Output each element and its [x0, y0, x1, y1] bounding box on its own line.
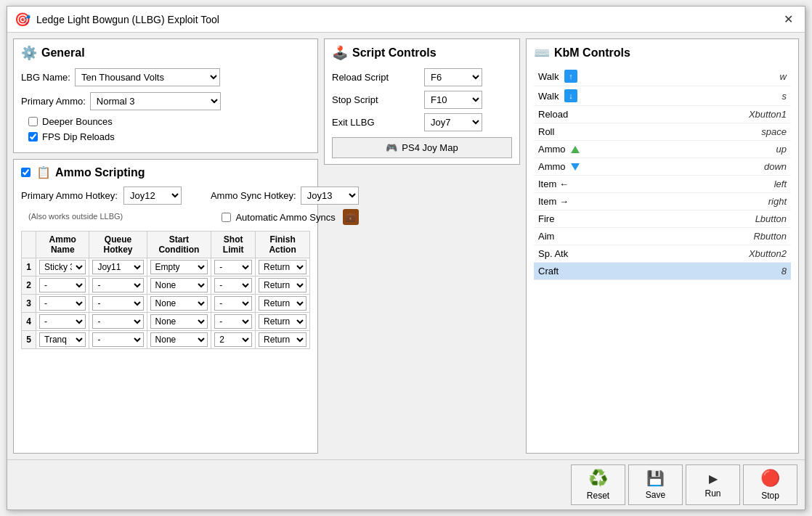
primary-ammo-select[interactable]: Normal 3 Sticky 3 Spread 3: [90, 92, 221, 110]
ps4-btn-label: PS4 Joy Map: [402, 142, 458, 153]
start-condition-select[interactable]: NoneEmptyNone: [150, 314, 208, 329]
shot-limit-cell: --123: [211, 277, 256, 295]
shot-limit-select[interactable]: --123: [214, 260, 252, 274]
kbm-key-cell: s: [667, 86, 791, 106]
ammo-name-select[interactable]: --Sticky 3Normal 3Tranq: [39, 278, 86, 292]
fps-dip-checkbox[interactable]: [28, 132, 38, 142]
queue-hotkey-select[interactable]: --Joy11Joy12: [92, 296, 143, 311]
run-button[interactable]: ▶ Run: [686, 464, 740, 505]
ammo-scripting-checkbox[interactable]: [21, 168, 31, 177]
kbm-row: Walk ↓ s: [534, 86, 791, 106]
finish-action-select[interactable]: ReturnReturnStop: [259, 260, 306, 274]
queue-hotkey-select[interactable]: --Joy11Joy12: [92, 314, 143, 329]
ammo-name-cell: --Sticky 3Normal 3Tranq: [36, 295, 89, 313]
queue-hotkey-select[interactable]: --Joy11Joy12: [92, 278, 143, 292]
kbm-key-cell: up: [667, 141, 791, 158]
kbm-key-cell: space: [667, 123, 791, 141]
kbm-row: Ammo up: [534, 141, 791, 158]
kbm-table: Walk ↑ w Walk ↓ s Reload Xbutton1 Roll s…: [534, 67, 791, 280]
finish-action-cell: ReturnReturnStop: [256, 331, 310, 349]
ammo-name-select[interactable]: Tranq-Sticky 3Normal 3Tranq: [39, 332, 86, 347]
kbm-label: Craft: [538, 266, 663, 277]
reload-script-select[interactable]: F6F7F8: [424, 68, 482, 86]
finish-action-cell: ReturnReturnStop: [256, 295, 310, 313]
kbm-label: Roll: [538, 126, 663, 137]
hotkeys-area: Primary Ammo Hotkey: Joy12Joy11Joy13 (Al…: [21, 187, 310, 225]
deeper-bounces-checkbox[interactable]: [28, 117, 38, 126]
ammo-name-select[interactable]: --Sticky 3Normal 3Tranq: [39, 296, 86, 311]
finish-action-select[interactable]: ReturnReturnStop: [259, 332, 306, 347]
kbm-label: Reload: [538, 109, 663, 120]
table-row: 5 Tranq-Sticky 3Normal 3Tranq --Joy11Joy…: [22, 331, 310, 349]
finish-action-select[interactable]: ReturnReturnStop: [259, 278, 306, 292]
ammo-name-cell: --Sticky 3Normal 3Tranq: [36, 313, 89, 331]
fps-dip-row: FPS Dip Reloads: [28, 131, 310, 142]
start-condition-select[interactable]: NoneEmptyNone: [150, 278, 208, 292]
ps4-joy-map-button[interactable]: 🎮 PS4 Joy Map: [332, 137, 512, 158]
shot-limit-cell: 2-123: [211, 331, 256, 349]
ammo-name-cell: --Sticky 3Normal 3Tranq: [36, 277, 89, 295]
general-section: ⚙️ General LBG Name: Ten Thousand Volts …: [13, 38, 318, 153]
auto-sync-checkbox[interactable]: [222, 213, 231, 222]
finish-action-cell: ReturnReturnStop: [256, 313, 310, 331]
lbg-name-select[interactable]: Ten Thousand Volts Shara Ishvalda Other: [75, 68, 220, 86]
primary-ammo-row: Primary Ammo: Normal 3 Sticky 3 Spread 3: [21, 92, 310, 110]
exit-llbg-select[interactable]: Joy7Joy8Joy9: [424, 113, 482, 131]
ammo-name-select[interactable]: Sticky 3-Sticky 3Normal 3Tranq: [39, 260, 86, 274]
gear-icon: ⚙️: [21, 45, 37, 61]
kbm-label: Item ←: [538, 179, 663, 189]
stop-button[interactable]: 🔴 Stop: [743, 464, 797, 505]
kbm-label-cell: Craft: [534, 263, 667, 280]
shot-limit-select[interactable]: --123: [214, 278, 252, 292]
table-row: 3 --Sticky 3Normal 3Tranq --Joy11Joy12 N…: [22, 295, 310, 313]
close-button[interactable]: ✕: [779, 11, 797, 28]
sync-hotkey-label: Ammo Sync Hotkey:: [211, 190, 296, 201]
script-controls-title: Script Controls: [352, 46, 437, 60]
shot-limit-cell: --123: [211, 313, 256, 331]
kbm-label-cell: Roll: [534, 123, 667, 141]
start-condition-cell: EmptyEmptyNone: [147, 258, 211, 277]
content-area: ⚙️ General LBG Name: Ten Thousand Volts …: [7, 33, 805, 459]
deeper-bounces-row: Deeper Bounces: [28, 116, 310, 127]
save-button[interactable]: 💾 Save: [628, 464, 683, 505]
start-condition-select[interactable]: EmptyEmptyNone: [150, 260, 208, 274]
finish-action-select[interactable]: ReturnReturnStop: [259, 314, 306, 329]
kbm-row: Fire Lbutton: [534, 210, 791, 228]
stop-script-select[interactable]: F10F9F11: [424, 91, 482, 109]
primary-hotkey-select[interactable]: Joy12Joy11Joy13: [123, 187, 182, 205]
kbm-label: Fire: [538, 213, 663, 224]
start-condition-select[interactable]: NoneEmptyNone: [150, 296, 208, 311]
stop-icon: 🔴: [760, 469, 780, 488]
auto-sync-label: Automatic Ammo Syncs: [235, 212, 335, 223]
script-controls-grid: Reload Script F6F7F8 Stop Script F10F9F1…: [332, 68, 512, 131]
start-condition-cell: NoneEmptyNone: [147, 313, 211, 331]
shot-limit-select[interactable]: --123: [214, 314, 252, 329]
title-bar-left: 🎯 Ledge Light Bowgun (LLBG) Exploit Tool: [15, 12, 219, 28]
shot-limit-select[interactable]: 2-123: [214, 332, 252, 347]
kbm-row: Sp. Atk Xbutton2: [534, 245, 791, 263]
kbm-label-cell: Ammo: [534, 141, 667, 158]
reset-button[interactable]: ♻️ Reset: [571, 464, 625, 505]
queue-hotkey-select[interactable]: --Joy11Joy12: [92, 332, 143, 347]
stop-label: Stop: [761, 491, 779, 501]
ammo-name-cell: Sticky 3-Sticky 3Normal 3Tranq: [36, 258, 89, 277]
kbm-row: Craft 8: [534, 263, 791, 280]
queue-hotkey-select[interactable]: Joy11-Joy11Joy12: [92, 260, 143, 274]
gamepad-icon: 🎮: [386, 142, 397, 153]
lbg-name-row: LBG Name: Ten Thousand Volts Shara Ishva…: [21, 68, 310, 86]
kbm-label: Item →: [538, 196, 663, 207]
ammo-name-select[interactable]: --Sticky 3Normal 3Tranq: [39, 314, 86, 329]
kbm-label-cell: Reload: [534, 106, 667, 123]
start-condition-select[interactable]: NoneEmptyNone: [150, 332, 208, 347]
finish-action-cell: ReturnReturnStop: [256, 277, 310, 295]
finish-action-select[interactable]: ReturnReturnStop: [259, 296, 306, 311]
kbm-row: Ammo down: [534, 158, 791, 176]
kbm-label-cell: Item →: [534, 193, 667, 210]
shot-limit-select[interactable]: --123: [214, 296, 252, 311]
script-controls-section: 🕹️ Script Controls Reload Script F6F7F8 …: [324, 38, 520, 165]
kbm-key-cell: Rbutton: [667, 228, 791, 245]
queue-hotkey-cell: --Joy11Joy12: [89, 277, 147, 295]
kbm-row: Aim Rbutton: [534, 228, 791, 245]
col-ammo-name: Ammo Name: [36, 232, 89, 258]
kbm-row: Reload Xbutton1: [534, 106, 791, 123]
